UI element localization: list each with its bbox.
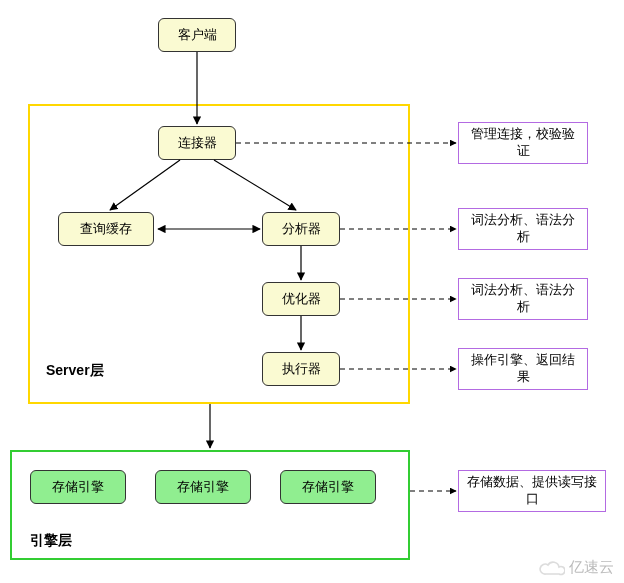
- connector-node: 连接器: [158, 126, 236, 160]
- engine-layer-label: 引擎层: [30, 532, 72, 550]
- executor-note: 操作引擎、返回结果: [458, 348, 588, 390]
- parser-note: 词法分析、语法分析: [458, 208, 588, 250]
- executor-node: 执行器: [262, 352, 340, 386]
- client-node: 客户端: [158, 18, 236, 52]
- cache-node: 查询缓存: [58, 212, 154, 246]
- connector-note: 管理连接，校验验证: [458, 122, 588, 164]
- server-layer-label: Server层: [46, 362, 104, 380]
- optimizer-node: 优化器: [262, 282, 340, 316]
- storage-engine-node-3: 存储引擎: [280, 470, 376, 504]
- watermark: 亿速云: [539, 558, 614, 577]
- storage-engine-node-2: 存储引擎: [155, 470, 251, 504]
- cloud-icon: [539, 559, 565, 577]
- watermark-text: 亿速云: [569, 558, 614, 577]
- parser-node: 分析器: [262, 212, 340, 246]
- storage-engine-node-1: 存储引擎: [30, 470, 126, 504]
- optimizer-note: 词法分析、语法分析: [458, 278, 588, 320]
- engine-note: 存储数据、提供读写接口: [458, 470, 606, 512]
